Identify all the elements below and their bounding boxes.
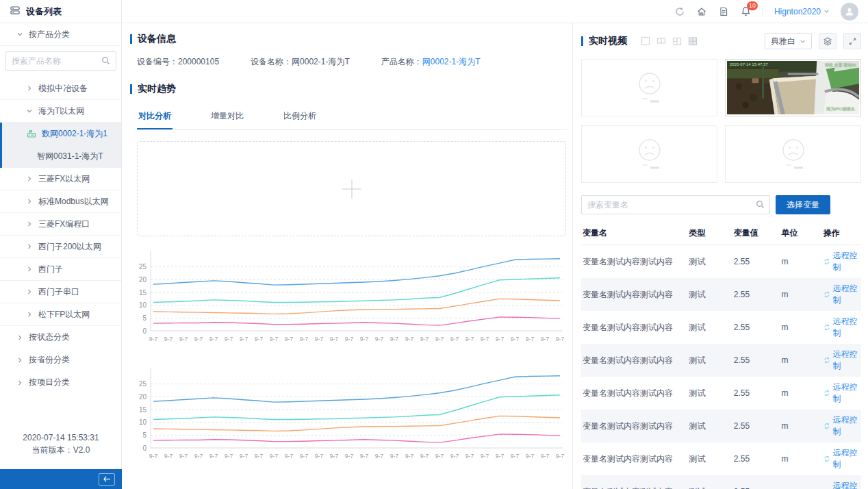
- sidebar-group-1[interactable]: 按省份分类: [0, 349, 121, 371]
- svg-text:20: 20: [139, 393, 147, 401]
- svg-text:9-7: 9-7: [345, 453, 354, 460]
- svg-text:9-7: 9-7: [511, 453, 520, 460]
- cell-unit: m: [780, 442, 821, 475]
- product-search-input[interactable]: [5, 51, 116, 71]
- sidebar-item-8[interactable]: 西门子: [0, 258, 121, 281]
- plus-icon: [340, 177, 363, 201]
- column-header-3: 单位: [780, 223, 821, 245]
- fullscreen-icon[interactable]: [843, 33, 861, 49]
- no-video-placeholder-icon: [771, 135, 815, 173]
- svg-text:9-7: 9-7: [315, 453, 324, 460]
- remote-control-link[interactable]: 远程控制: [824, 349, 860, 372]
- svg-text:9-7: 9-7: [511, 336, 520, 342]
- layout-3-icon[interactable]: [672, 36, 682, 46]
- search-icon[interactable]: [756, 200, 765, 211]
- video-cell-empty-3[interactable]: [725, 125, 861, 183]
- svg-text:15: 15: [139, 406, 147, 414]
- sidebar-header: 设备列表: [0, 0, 121, 23]
- svg-text:9-7: 9-7: [541, 453, 550, 460]
- device-field-label: 设备编号：: [137, 57, 178, 66]
- center-column: 设备信息 设备编号：200000105设备名称：网0002-1-海为T产品名称：…: [122, 23, 572, 489]
- sidebar-item-3[interactable]: 智网0031-1-海为T: [0, 145, 121, 168]
- cell-action: 远程控制: [822, 377, 861, 410]
- sidebar-item-label: 模拟中冶设备: [38, 83, 88, 95]
- video-overlay-camera-name: 海为IPC/摄像头: [826, 106, 855, 112]
- video-cell-empty-1[interactable]: [581, 59, 717, 116]
- sidebar-item-7[interactable]: 西门子200以太网: [0, 236, 121, 258]
- video-cell-live[interactable]: 2020-07-14 15:47:37 球机 全景 通道01 海为IPC/摄像头: [725, 59, 861, 116]
- remote-control-link[interactable]: 远程控制: [824, 480, 860, 489]
- sidebar-group-label: 按项目分类: [29, 377, 70, 388]
- svg-text:9-7: 9-7: [345, 336, 354, 342]
- sidebar-item-label: 西门子200以太网: [38, 241, 101, 253]
- sidebar-group-product[interactable]: 按产品分类: [0, 23, 121, 46]
- sidebar-title: 设备列表: [26, 5, 62, 18]
- svg-text:9-7: 9-7: [330, 453, 339, 460]
- sidebar-item-0[interactable]: 模拟中冶设备: [0, 77, 121, 100]
- refresh-icon[interactable]: [674, 6, 685, 17]
- sidebar-item-5[interactable]: 标准Modbus以太网: [0, 190, 121, 213]
- cell-type: 测试: [687, 245, 732, 279]
- remote-control-link[interactable]: 远程控制: [824, 316, 860, 339]
- sidebar-group-2[interactable]: 按项目分类: [0, 371, 121, 394]
- column-header-1: 类型: [687, 223, 732, 245]
- sidebar-item-6[interactable]: 三菱FX编程口: [0, 213, 121, 236]
- add-chart-placeholder[interactable]: [137, 141, 566, 236]
- section-bar: [130, 84, 132, 94]
- cell-value: 2.55: [732, 278, 780, 311]
- remote-control-link[interactable]: 远程控制: [824, 447, 860, 471]
- layers-icon[interactable]: [819, 33, 837, 49]
- tab-1[interactable]: 增量对比: [209, 105, 245, 129]
- remote-control-label: 远程控制: [833, 250, 860, 273]
- device-info-section-title: 设备信息: [130, 33, 567, 45]
- svg-text:9-7: 9-7: [255, 336, 264, 342]
- cell-name: 变量名测试内容测试内容: [581, 278, 687, 311]
- chevron-right-icon: [26, 243, 33, 250]
- layout-4-icon[interactable]: [688, 36, 698, 46]
- cell-name: 变量名测试内容测试内容: [581, 245, 687, 279]
- sidebar-group-label: 按状态分类: [29, 331, 70, 343]
- remote-control-link[interactable]: 远程控制: [824, 414, 860, 438]
- svg-text:0: 0: [142, 327, 146, 335]
- sidebar-group-0[interactable]: 按状态分类: [0, 326, 121, 349]
- device-field-value[interactable]: 网0002-1-海为T: [422, 57, 481, 66]
- table-row: 变量名测试内容测试内容测试2.55m远程控制: [581, 311, 861, 344]
- svg-text:9-7: 9-7: [194, 336, 203, 342]
- select-variable-button[interactable]: 选择变量: [776, 195, 830, 214]
- layout-2-icon[interactable]: [656, 36, 666, 46]
- collapse-sidebar-icon[interactable]: [99, 473, 115, 486]
- svg-text:9-7: 9-7: [164, 336, 173, 342]
- sidebar-item-9[interactable]: 西门子串口: [0, 281, 121, 303]
- svg-text:9-7: 9-7: [315, 336, 324, 342]
- device-field-value: 200000105: [178, 57, 219, 66]
- svg-text:9-7: 9-7: [435, 336, 444, 342]
- chevron-right-icon: [26, 175, 33, 182]
- table-row: 变量名测试内容测试内容测试2.55m远程控制: [581, 344, 861, 377]
- sidebar-item-1[interactable]: 海为T以太网: [0, 100, 121, 123]
- chevron-right-icon: [26, 266, 33, 273]
- sidebar-item-2[interactable]: 数网0002-1-海为1: [0, 123, 121, 145]
- chevron-right-icon: [26, 311, 33, 318]
- trend-chart-2: 05101520259-79-79-79-79-79-79-79-79-79-7…: [131, 364, 570, 468]
- video-cell-empty-2[interactable]: [581, 125, 717, 183]
- sidebar-item-10[interactable]: 松下FP以太网: [0, 303, 121, 326]
- variable-search-input[interactable]: [581, 195, 770, 214]
- tab-0[interactable]: 对比分析: [137, 105, 173, 129]
- home-icon[interactable]: [696, 6, 707, 17]
- sidebar-item-4[interactable]: 三菱FX以太网: [0, 168, 121, 190]
- notification-bell-icon[interactable]: 10: [740, 5, 752, 17]
- cell-unit: m: [780, 377, 821, 410]
- user-menu[interactable]: Hignton2020: [774, 7, 830, 16]
- avatar[interactable]: [841, 3, 858, 21]
- remote-control-link[interactable]: 远程控制: [824, 283, 860, 306]
- cell-unit: m: [780, 278, 821, 311]
- layout-1-icon[interactable]: [641, 36, 650, 46]
- search-icon[interactable]: [101, 56, 110, 67]
- document-icon[interactable]: [718, 6, 729, 17]
- video-theme-select[interactable]: 典雅白: [765, 33, 812, 49]
- cell-action: 远程控制: [822, 278, 861, 311]
- tab-2[interactable]: 比例分析: [282, 105, 318, 129]
- remote-control-link[interactable]: 远程控制: [824, 381, 860, 405]
- remote-control-link[interactable]: 远程控制: [824, 250, 860, 273]
- svg-text:5: 5: [142, 314, 146, 322]
